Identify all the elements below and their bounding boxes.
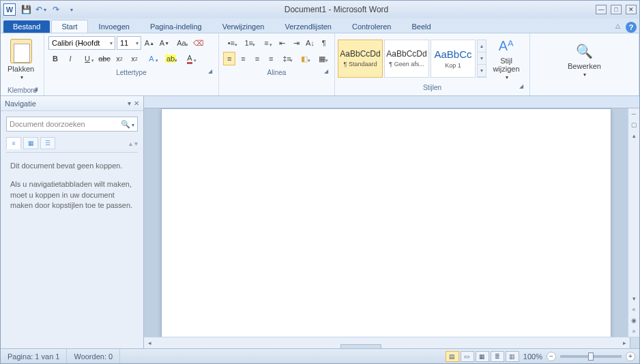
- sort-icon[interactable]: A↓: [304, 36, 316, 50]
- line-spacing-icon[interactable]: ‡≡: [279, 52, 295, 65]
- vscroll-down[interactable]: ▾: [628, 293, 639, 304]
- font-color-icon[interactable]: A: [181, 52, 199, 65]
- hscroll-right[interactable]: ▸: [619, 339, 630, 346]
- view-web-layout[interactable]: ▦: [476, 351, 489, 362]
- style-heading-1[interactable]: AaBbCc Kop 1: [431, 40, 476, 78]
- nav-tab-pages[interactable]: ▦: [23, 137, 38, 149]
- minimize-button[interactable]: —: [596, 5, 607, 14]
- tab-start[interactable]: Start: [51, 20, 87, 33]
- shrink-font-icon[interactable]: A▼: [158, 36, 171, 50]
- split-grip[interactable]: [630, 337, 639, 349]
- nav-pane-tabs: ≡ ▦ ☰ ▴ ▾: [6, 137, 138, 153]
- navigation-pane: Navigatie ▾ ✕ Document doorzoeken 🔍▾ ≡ ▦…: [1, 96, 144, 348]
- multilevel-list-icon[interactable]: ≡: [259, 36, 275, 50]
- styles-expand[interactable]: ▾: [478, 65, 486, 77]
- nav-pane-dropdown[interactable]: ▾: [128, 100, 131, 107]
- paragraph-dialog-launcher[interactable]: ◢: [322, 68, 330, 76]
- italic-button[interactable]: I: [63, 52, 77, 65]
- tab-file[interactable]: Bestand: [3, 20, 50, 33]
- view-draft[interactable]: ▥: [506, 351, 519, 362]
- font-dialog-launcher[interactable]: ◢: [206, 68, 214, 76]
- align-center-icon[interactable]: ≡: [237, 52, 249, 65]
- style-no-spacing[interactable]: AaBbCcDd ¶ Geen afs...: [384, 40, 429, 78]
- browse-select[interactable]: ◉: [628, 315, 639, 326]
- maximize-button[interactable]: □: [611, 5, 622, 14]
- styles-scroll-down[interactable]: ▾: [478, 52, 486, 65]
- editing-button[interactable]: 🔍 Bewerken ▾: [564, 40, 605, 79]
- tab-references[interactable]: Verwijzingen: [213, 20, 274, 33]
- view-outline[interactable]: ≣: [491, 351, 504, 362]
- hscroll-left[interactable]: ◂: [144, 339, 155, 346]
- vscroll-ruler-toggle[interactable]: ▢: [628, 119, 639, 130]
- increase-indent-icon[interactable]: ⇥: [290, 36, 302, 50]
- underline-button[interactable]: U: [78, 52, 96, 65]
- subscript-button[interactable]: x2: [113, 52, 126, 65]
- nav-tab-results[interactable]: ☰: [40, 137, 55, 149]
- borders-icon[interactable]: ▦: [314, 52, 330, 65]
- shading-icon[interactable]: ◧: [296, 52, 312, 65]
- zoom-in-button[interactable]: +: [626, 352, 635, 361]
- ribbon-tabs: Bestand Start Invoegen Pagina-indeling V…: [1, 18, 639, 33]
- clear-formatting-icon[interactable]: ⌫: [192, 36, 205, 50]
- zoom-level[interactable]: 100%: [523, 352, 542, 361]
- nav-pane-close[interactable]: ✕: [134, 100, 139, 107]
- vscroll-grip[interactable]: ─: [628, 108, 639, 119]
- help-icon[interactable]: ?: [626, 22, 637, 33]
- tab-view[interactable]: Beeld: [402, 20, 440, 33]
- nav-next[interactable]: ▾: [134, 140, 138, 147]
- browse-next[interactable]: »: [628, 326, 639, 337]
- change-case-icon[interactable]: Aa: [173, 36, 190, 50]
- text-effects-icon[interactable]: A: [143, 52, 160, 65]
- zoom-slider[interactable]: [560, 355, 622, 358]
- view-full-screen[interactable]: ▭: [461, 351, 474, 362]
- tab-review[interactable]: Controleren: [343, 20, 401, 33]
- nav-prev[interactable]: ▴: [129, 140, 132, 147]
- change-styles-button[interactable]: Aᴬ Stijl wijzigen ▾: [488, 35, 525, 82]
- bold-button[interactable]: B: [48, 52, 62, 65]
- show-marks-icon[interactable]: ¶: [318, 36, 330, 50]
- undo-icon[interactable]: ↶▾: [35, 3, 47, 16]
- highlight-icon[interactable]: ab: [162, 52, 179, 65]
- view-print-layout[interactable]: ▤: [446, 351, 459, 362]
- styles-dialog-launcher[interactable]: ◢: [517, 83, 525, 91]
- font-name-combo[interactable]: Calibri (Hoofdt: [48, 36, 115, 50]
- vertical-scrollbar[interactable]: ─ ▢ ▴ ▾ « ◉ »: [628, 108, 639, 337]
- browse-prev[interactable]: «: [628, 304, 639, 315]
- group-editing: 🔍 Bewerken ▾: [530, 33, 639, 95]
- paste-button[interactable]: Plakken ▾: [3, 37, 38, 82]
- bullets-icon[interactable]: •≡: [223, 36, 239, 50]
- align-left-icon[interactable]: ≡: [223, 52, 235, 65]
- grow-font-icon[interactable]: A▲: [143, 36, 156, 50]
- status-page[interactable]: Pagina: 1 van 1: [1, 349, 67, 363]
- page-container[interactable]: [144, 108, 628, 337]
- style-standard[interactable]: AaBbCcDd ¶ Standaard: [338, 40, 383, 78]
- numbering-icon[interactable]: 1≡: [241, 36, 257, 50]
- decrease-indent-icon[interactable]: ⇤: [276, 36, 288, 50]
- tab-insert[interactable]: Invoegen: [89, 20, 139, 33]
- zoom-out-button[interactable]: −: [547, 352, 556, 361]
- vscroll-up[interactable]: ▴: [628, 130, 639, 141]
- hscroll-thumb[interactable]: [340, 344, 381, 348]
- redo-icon[interactable]: ↷: [50, 3, 62, 16]
- tab-page-layout[interactable]: Pagina-indeling: [141, 20, 212, 33]
- font-size-combo[interactable]: 11: [117, 36, 141, 50]
- strikethrough-button[interactable]: abc: [98, 52, 111, 65]
- justify-icon[interactable]: ≡: [265, 52, 277, 65]
- ruler[interactable]: [144, 96, 639, 108]
- word-app-icon: W: [3, 3, 16, 16]
- nav-tab-headings[interactable]: ≡: [6, 137, 21, 149]
- align-right-icon[interactable]: ≡: [251, 52, 263, 65]
- save-icon[interactable]: 💾: [20, 3, 32, 16]
- styles-scroll-up[interactable]: ▴: [478, 40, 486, 52]
- tab-mailings[interactable]: Verzendlijsten: [275, 20, 341, 33]
- document-page[interactable]: [161, 108, 611, 337]
- close-button[interactable]: ✕: [626, 5, 637, 14]
- nav-search-input[interactable]: Document doorzoeken 🔍▾: [6, 117, 138, 132]
- search-icon[interactable]: 🔍▾: [121, 120, 134, 129]
- minimize-ribbon-icon[interactable]: △: [611, 19, 624, 33]
- qat-customize-icon[interactable]: ▾: [65, 3, 77, 16]
- status-words[interactable]: Woorden: 0: [67, 349, 120, 363]
- clipboard-dialog-launcher[interactable]: ◢: [31, 86, 40, 94]
- superscript-button[interactable]: x2: [128, 52, 141, 65]
- horizontal-scrollbar[interactable]: ◂ ▸: [144, 337, 639, 348]
